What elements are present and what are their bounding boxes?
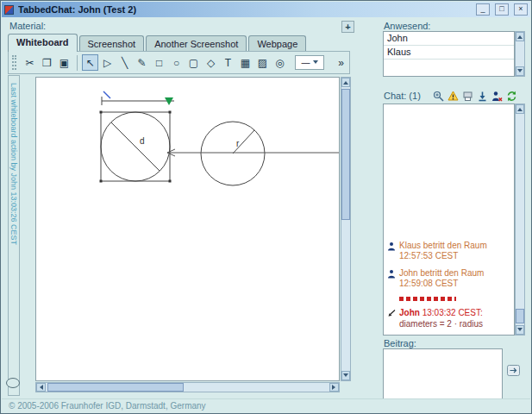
whiteboard-vertical-scrollbar[interactable]: [341, 77, 351, 381]
selection-handle[interactable]: [169, 111, 172, 114]
presence-label: Anwesend:: [384, 21, 430, 31]
scroll-down-button[interactable]: [516, 66, 524, 76]
camera-icon[interactable]: ◎: [272, 54, 288, 71]
scrollbar-track[interactable]: [341, 87, 350, 371]
chat-label: Chat: (1): [384, 91, 421, 101]
whiteboard-drawing: d r: [36, 78, 339, 380]
diameter-line[interactable]: [111, 122, 160, 171]
message-author: John: [399, 308, 420, 317]
message-time: 13:03:32 CEST:: [422, 308, 483, 317]
presence-scrollbar[interactable]: [515, 31, 525, 77]
text-icon[interactable]: T: [220, 54, 236, 71]
copyright-text: © 2005-2006 Fraunhofer IGD, Darmstadt, G…: [9, 401, 206, 411]
pointer-icon[interactable]: ▷: [99, 54, 116, 71]
scrollbar-track[interactable]: [46, 383, 329, 392]
scroll-up-button[interactable]: [516, 32, 524, 41]
paste-icon[interactable]: ▣: [56, 54, 72, 71]
chat-toolbar: [432, 91, 517, 102]
shape-label-d: d: [140, 136, 145, 146]
whiteboard-canvas[interactable]: d r: [35, 77, 340, 381]
join-message-text: John betritt den Raum 12:59:08 CEST: [399, 268, 510, 289]
arrow-up-icon: [517, 105, 523, 111]
whiteboard-status-strip: Last whiteboard action by John 13:03:26 …: [8, 75, 20, 396]
tab-webpage[interactable]: Webpage: [248, 35, 306, 52]
chat-message-join: Klaus betritt den Raum 12:57:53 CEST: [387, 241, 510, 261]
rectangle-icon[interactable]: □: [151, 54, 167, 71]
export-icon[interactable]: [461, 91, 473, 102]
grid-icon[interactable]: ▦: [237, 54, 253, 71]
ellipse-icon[interactable]: ○: [168, 54, 185, 71]
user-icon: [387, 241, 397, 261]
arrowhead: [167, 149, 175, 153]
arrow-right-icon: [332, 385, 338, 390]
list-item-user[interactable]: John: [384, 32, 514, 46]
arrow-up-icon: [343, 78, 348, 85]
send-button[interactable]: [506, 364, 521, 377]
toolbar-grip[interactable]: [12, 55, 16, 70]
copy-icon[interactable]: ❐: [39, 54, 55, 71]
scrollbar-thumb[interactable]: [47, 383, 184, 392]
statusbar: © 2005-2006 Fraunhofer IGD, Darmstadt, G…: [2, 398, 530, 412]
whiteboard-horizontal-scrollbar[interactable]: [35, 382, 340, 392]
toolbar-overflow-button[interactable]: »: [338, 57, 346, 69]
chevron-down-icon: [313, 60, 318, 66]
scroll-right-button[interactable]: [329, 383, 339, 392]
app-window: TabbedChat: John (Test 2) _ □ × Material…: [0, 0, 532, 414]
remove-user-icon[interactable]: [491, 91, 503, 102]
window-title: TabbedChat: John (Test 2): [18, 4, 471, 15]
image-icon[interactable]: ▨: [254, 54, 271, 71]
list-item-user[interactable]: Klaus: [384, 46, 514, 60]
close-button[interactable]: ×: [514, 3, 528, 16]
add-material-button[interactable]: +: [341, 21, 354, 33]
scroll-left-button[interactable]: [36, 383, 46, 392]
selection-handle[interactable]: [100, 180, 103, 183]
selection-handle[interactable]: [100, 111, 103, 114]
arrow-left-icon: [37, 385, 43, 390]
app-icon: [4, 5, 14, 15]
zoom-in-icon[interactable]: [432, 91, 444, 102]
rounded-rect-icon[interactable]: ▢: [185, 54, 202, 71]
line-icon[interactable]: ╲: [116, 54, 133, 71]
refresh-icon[interactable]: [505, 91, 517, 102]
scrollbar-thumb[interactable]: [516, 309, 524, 323]
material-label: Material:: [9, 21, 46, 31]
scroll-up-button[interactable]: [341, 78, 350, 87]
scroll-up-button[interactable]: [516, 104, 524, 114]
last-action-status: Last whiteboard action by John 13:03:26 …: [9, 76, 18, 245]
scrollbar-track[interactable]: [516, 114, 524, 325]
scroll-down-button[interactable]: [516, 325, 524, 335]
pen-icon[interactable]: ✎: [134, 54, 150, 71]
chat-message: John 13:03:32 CEST: diameters = 2 · radi…: [387, 308, 510, 329]
presence-list: John Klaus: [383, 31, 515, 77]
warning-icon[interactable]: [447, 91, 459, 102]
scroll-down-button[interactable]: [341, 371, 350, 380]
toolbar-separator: [77, 55, 78, 71]
tab-screenshot[interactable]: Screenshot: [79, 35, 145, 52]
titlebar[interactable]: TabbedChat: John (Test 2) _ □ ×: [2, 2, 530, 17]
cut-icon[interactable]: ✂: [22, 54, 38, 71]
user-icon: [387, 268, 397, 289]
tab-whiteboard[interactable]: Whiteboard: [8, 34, 78, 52]
select-icon[interactable]: ↖: [82, 54, 98, 71]
maximize-button[interactable]: □: [495, 3, 509, 16]
line-style-select[interactable]: —: [295, 55, 324, 70]
action-arrow-icon: [387, 308, 397, 329]
message-input[interactable]: [383, 348, 503, 399]
selection-handle[interactable]: [169, 180, 172, 183]
chat-message-join: John betritt den Raum 12:59:08 CEST: [387, 268, 510, 289]
polygon-icon[interactable]: ◇: [203, 54, 219, 71]
ellipse-handle-icon[interactable]: [5, 377, 21, 391]
join-message-text: Klaus betritt den Raum 12:57:53 CEST: [399, 241, 510, 261]
download-icon[interactable]: [476, 91, 488, 102]
whiteboard-toolbar: ✂ ❐ ▣ ↖ ▷ ╲ ✎ □ ○ ▢ ◇ T ▦ ▨ ◎ — »: [8, 51, 350, 74]
rotate-handle-icon[interactable]: [103, 91, 110, 98]
material-tabs: Whiteboard Screenshot Another Screenshot…: [8, 34, 308, 52]
tab-another-screenshot[interactable]: Another Screenshot: [146, 35, 247, 52]
message-text: diameters = 2 · radius: [399, 319, 483, 329]
scrollbar-thumb[interactable]: [341, 89, 350, 220]
scrollbar-track[interactable]: [516, 41, 524, 66]
minimize-button[interactable]: _: [476, 3, 490, 16]
chat-divider: [399, 297, 456, 301]
chat-scrollbar[interactable]: [515, 104, 525, 336]
line-style-value: —: [302, 58, 310, 67]
